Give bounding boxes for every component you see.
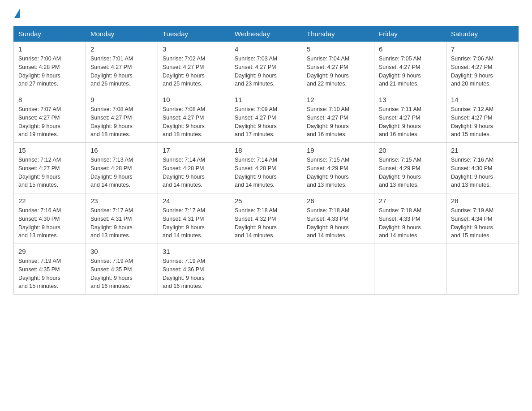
day-info: Sunrise: 7:07 AM Sunset: 4:27 PM Dayligh… <box>18 105 81 139</box>
calendar-day-cell: 2 Sunrise: 7:01 AM Sunset: 4:27 PM Dayli… <box>86 42 158 92</box>
day-info: Sunrise: 7:08 AM Sunset: 4:27 PM Dayligh… <box>163 105 225 139</box>
day-info: Sunrise: 7:00 AM Sunset: 4:28 PM Dayligh… <box>18 55 81 88</box>
day-info: Sunrise: 7:10 AM Sunset: 4:27 PM Dayligh… <box>307 105 369 139</box>
calendar-day-cell: 13 Sunrise: 7:11 AM Sunset: 4:27 PM Dayl… <box>374 92 446 143</box>
calendar-day-cell: 17 Sunrise: 7:14 AM Sunset: 4:28 PM Dayl… <box>158 143 230 193</box>
header-monday: Monday <box>86 26 158 42</box>
day-info: Sunrise: 7:18 AM Sunset: 4:33 PM Dayligh… <box>379 206 442 240</box>
day-number: 1 <box>18 45 81 53</box>
calendar-day-cell: 25 Sunrise: 7:18 AM Sunset: 4:32 PM Dayl… <box>230 193 302 244</box>
day-info: Sunrise: 7:19 AM Sunset: 4:35 PM Dayligh… <box>18 257 81 291</box>
day-info: Sunrise: 7:16 AM Sunset: 4:30 PM Dayligh… <box>18 206 81 240</box>
day-number: 10 <box>163 96 225 103</box>
day-number: 23 <box>90 197 153 205</box>
day-info: Sunrise: 7:01 AM Sunset: 4:27 PM Dayligh… <box>90 55 153 88</box>
day-number: 28 <box>451 197 514 205</box>
day-number: 24 <box>163 197 225 205</box>
header-tuesday: Tuesday <box>158 26 230 42</box>
calendar-week-row: 29 Sunrise: 7:19 AM Sunset: 4:35 PM Dayl… <box>14 244 519 295</box>
day-info: Sunrise: 7:18 AM Sunset: 4:33 PM Dayligh… <box>307 206 369 240</box>
day-number: 25 <box>235 197 297 205</box>
header-sunday: Sunday <box>14 26 86 42</box>
day-number: 14 <box>451 96 514 103</box>
day-number: 30 <box>90 248 153 255</box>
calendar-day-cell: 24 Sunrise: 7:17 AM Sunset: 4:31 PM Dayl… <box>158 193 230 244</box>
day-info: Sunrise: 7:03 AM Sunset: 4:27 PM Dayligh… <box>235 55 297 88</box>
calendar-day-cell: 21 Sunrise: 7:16 AM Sunset: 4:30 PM Dayl… <box>446 143 519 193</box>
calendar-day-cell: 28 Sunrise: 7:19 AM Sunset: 4:34 PM Dayl… <box>446 193 519 244</box>
calendar-day-cell: 29 Sunrise: 7:19 AM Sunset: 4:35 PM Dayl… <box>14 244 86 295</box>
calendar-day-cell <box>374 244 446 295</box>
day-number: 20 <box>379 146 442 154</box>
day-number: 11 <box>235 96 297 103</box>
calendar-week-row: 8 Sunrise: 7:07 AM Sunset: 4:27 PM Dayli… <box>14 92 519 143</box>
days-header-row: Sunday Monday Tuesday Wednesday Thursday… <box>14 26 519 42</box>
day-info: Sunrise: 7:06 AM Sunset: 4:27 PM Dayligh… <box>451 55 514 88</box>
calendar-day-cell: 8 Sunrise: 7:07 AM Sunset: 4:27 PM Dayli… <box>14 92 86 143</box>
day-info: Sunrise: 7:02 AM Sunset: 4:27 PM Dayligh… <box>163 55 225 88</box>
day-number: 22 <box>18 197 81 205</box>
calendar-day-cell <box>302 244 374 295</box>
day-info: Sunrise: 7:12 AM Sunset: 4:27 PM Dayligh… <box>451 105 514 139</box>
day-number: 27 <box>379 197 442 205</box>
calendar-day-cell: 31 Sunrise: 7:19 AM Sunset: 4:36 PM Dayl… <box>158 244 230 295</box>
logo <box>13 9 21 18</box>
calendar-day-cell: 27 Sunrise: 7:18 AM Sunset: 4:33 PM Dayl… <box>374 193 446 244</box>
day-info: Sunrise: 7:16 AM Sunset: 4:30 PM Dayligh… <box>451 156 514 189</box>
day-info: Sunrise: 7:19 AM Sunset: 4:35 PM Dayligh… <box>90 257 153 291</box>
day-info: Sunrise: 7:14 AM Sunset: 4:28 PM Dayligh… <box>163 156 225 189</box>
header-friday: Friday <box>374 26 446 42</box>
day-info: Sunrise: 7:17 AM Sunset: 4:31 PM Dayligh… <box>163 206 225 240</box>
day-number: 21 <box>451 146 514 154</box>
page-header <box>13 9 519 18</box>
day-info: Sunrise: 7:08 AM Sunset: 4:27 PM Dayligh… <box>90 105 153 139</box>
day-number: 12 <box>307 96 369 103</box>
day-info: Sunrise: 7:13 AM Sunset: 4:28 PM Dayligh… <box>90 156 153 189</box>
day-info: Sunrise: 7:15 AM Sunset: 4:29 PM Dayligh… <box>379 156 442 189</box>
day-info: Sunrise: 7:04 AM Sunset: 4:27 PM Dayligh… <box>307 55 369 88</box>
day-info: Sunrise: 7:14 AM Sunset: 4:28 PM Dayligh… <box>235 156 297 189</box>
day-info: Sunrise: 7:11 AM Sunset: 4:27 PM Dayligh… <box>379 105 442 139</box>
calendar-day-cell: 16 Sunrise: 7:13 AM Sunset: 4:28 PM Dayl… <box>86 143 158 193</box>
calendar-day-cell: 6 Sunrise: 7:05 AM Sunset: 4:27 PM Dayli… <box>374 42 446 92</box>
day-number: 18 <box>235 146 297 154</box>
calendar-day-cell: 22 Sunrise: 7:16 AM Sunset: 4:30 PM Dayl… <box>14 193 86 244</box>
day-info: Sunrise: 7:15 AM Sunset: 4:29 PM Dayligh… <box>307 156 369 189</box>
calendar-day-cell: 3 Sunrise: 7:02 AM Sunset: 4:27 PM Dayli… <box>158 42 230 92</box>
calendar-day-cell: 1 Sunrise: 7:00 AM Sunset: 4:28 PM Dayli… <box>14 42 86 92</box>
day-number: 2 <box>90 45 153 53</box>
day-info: Sunrise: 7:12 AM Sunset: 4:27 PM Dayligh… <box>18 156 81 189</box>
calendar-day-cell: 19 Sunrise: 7:15 AM Sunset: 4:29 PM Dayl… <box>302 143 374 193</box>
day-info: Sunrise: 7:18 AM Sunset: 4:32 PM Dayligh… <box>235 206 297 240</box>
day-number: 17 <box>163 146 225 154</box>
day-info: Sunrise: 7:19 AM Sunset: 4:36 PM Dayligh… <box>163 257 225 291</box>
day-number: 29 <box>18 248 81 255</box>
header-wednesday: Wednesday <box>230 26 302 42</box>
calendar-day-cell: 15 Sunrise: 7:12 AM Sunset: 4:27 PM Dayl… <box>14 143 86 193</box>
calendar-day-cell: 26 Sunrise: 7:18 AM Sunset: 4:33 PM Dayl… <box>302 193 374 244</box>
calendar-week-row: 22 Sunrise: 7:16 AM Sunset: 4:30 PM Dayl… <box>14 193 519 244</box>
header-saturday: Saturday <box>446 26 519 42</box>
day-number: 4 <box>235 45 297 53</box>
calendar-day-cell: 5 Sunrise: 7:04 AM Sunset: 4:27 PM Dayli… <box>302 42 374 92</box>
logo-triangle-icon <box>14 9 20 18</box>
day-number: 5 <box>307 45 369 53</box>
day-number: 3 <box>163 45 225 53</box>
calendar-day-cell: 12 Sunrise: 7:10 AM Sunset: 4:27 PM Dayl… <box>302 92 374 143</box>
day-number: 7 <box>451 45 514 53</box>
calendar-day-cell: 10 Sunrise: 7:08 AM Sunset: 4:27 PM Dayl… <box>158 92 230 143</box>
calendar-day-cell: 18 Sunrise: 7:14 AM Sunset: 4:28 PM Dayl… <box>230 143 302 193</box>
calendar-day-cell: 9 Sunrise: 7:08 AM Sunset: 4:27 PM Dayli… <box>86 92 158 143</box>
calendar-day-cell: 23 Sunrise: 7:17 AM Sunset: 4:31 PM Dayl… <box>86 193 158 244</box>
calendar-week-row: 1 Sunrise: 7:00 AM Sunset: 4:28 PM Dayli… <box>14 42 519 92</box>
day-number: 6 <box>379 45 442 53</box>
day-info: Sunrise: 7:17 AM Sunset: 4:31 PM Dayligh… <box>90 206 153 240</box>
day-number: 15 <box>18 146 81 154</box>
calendar-day-cell: 4 Sunrise: 7:03 AM Sunset: 4:27 PM Dayli… <box>230 42 302 92</box>
calendar-day-cell: 11 Sunrise: 7:09 AM Sunset: 4:27 PM Dayl… <box>230 92 302 143</box>
day-number: 9 <box>90 96 153 103</box>
day-number: 13 <box>379 96 442 103</box>
day-info: Sunrise: 7:09 AM Sunset: 4:27 PM Dayligh… <box>235 105 297 139</box>
day-info: Sunrise: 7:05 AM Sunset: 4:27 PM Dayligh… <box>379 55 442 88</box>
day-number: 16 <box>90 146 153 154</box>
